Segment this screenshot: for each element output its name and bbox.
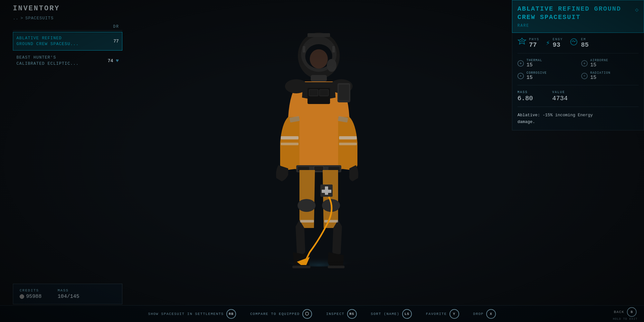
compare-diamond-icon: ◇ [635, 6, 639, 13]
item-name: ABLATIVE REFINEDGROUND CREW SPACESU... [16, 35, 79, 47]
em-label: EM [581, 38, 589, 41]
primary-stats: PHYS 77 ⚡ ENGY 93 EM [517, 37, 639, 53]
svg-rect-11 [309, 90, 318, 96]
svg-rect-31 [328, 266, 345, 268]
back-action[interactable]: BACK B HOLD TO EXIT [613, 307, 638, 321]
radiation-icon: ☢ [581, 73, 588, 79]
sort-label: SORT (NAME) [371, 312, 400, 316]
rs-button[interactable]: RS [347, 309, 357, 319]
inventory-item[interactable]: BEAST HUNTER'SCALIBRATED ECLIPTIC... 74 … [13, 51, 122, 70]
thermal-icon: ◉ [517, 60, 524, 67]
breadcrumb: .. > SPACESUITS [13, 16, 126, 21]
airborne-label: AIRBORNE [590, 59, 608, 62]
item-rarity: RARE [517, 24, 621, 28]
phys-label: PHYS [529, 38, 539, 41]
stats-panel: PHYS 77 ⚡ ENGY 93 EM [512, 33, 644, 130]
thermal-label: THERMAL [526, 59, 542, 62]
action-bar: SHOW SPACESUIT IN SETTLEMENTS RB COMPARE… [0, 305, 644, 322]
thermal-value: 15 [526, 62, 542, 68]
credit-icon [20, 294, 24, 299]
item-detail-panel: ABLATIVE REFINED GROUND CREW SPACESUIT R… [512, 0, 644, 130]
phys-value: 77 [529, 41, 539, 49]
mass-label-stat: MASS [517, 90, 533, 94]
rb-button[interactable]: RB [226, 309, 236, 319]
character-figure [251, 20, 386, 284]
svg-rect-30 [292, 266, 310, 268]
show-spacesuit-action[interactable]: SHOW SPACESUIT IN SETTLEMENTS RB [141, 309, 243, 319]
engy-stat: ⚡ ENGY 93 [546, 37, 563, 49]
item-title: ABLATIVE REFINED GROUND CREW SPACESUIT [517, 5, 621, 22]
phys-stat: PHYS 77 [517, 37, 539, 49]
airborne-stat: ◉ AIRBORNE 15 [581, 59, 639, 68]
svg-rect-29 [322, 190, 331, 193]
svg-point-8 [327, 59, 336, 72]
em-stat: EM 85 [569, 37, 589, 49]
value-value-stat: 4734 [552, 95, 568, 102]
svg-rect-12 [319, 90, 328, 96]
svg-point-13 [285, 79, 308, 93]
corrosive-value: 15 [526, 75, 547, 80]
drop-label: DROP [473, 312, 484, 316]
svg-rect-9 [311, 75, 327, 81]
value-label-stat: VALUE [552, 90, 568, 94]
svg-rect-35 [339, 85, 349, 100]
airborne-icon: ◉ [581, 60, 588, 67]
back-label: BACK [614, 310, 624, 314]
item-dr: 74 [108, 58, 113, 63]
radiation-stat: ☢ RADIATION 15 [581, 71, 639, 80]
y-button[interactable]: Y [450, 309, 459, 319]
item-dr: 77 [113, 39, 119, 44]
corrosive-label: CORROSIVE [526, 71, 547, 75]
compare-label: COMPARE TO EQUIPPED [250, 312, 300, 316]
ls-button[interactable]: LS [402, 309, 412, 319]
favorite-icon: ♥ [116, 58, 119, 64]
svg-rect-18 [339, 136, 357, 139]
favorite-label: FAVORITE [426, 312, 447, 316]
thermal-stat: ◉ THERMAL 15 [517, 59, 575, 68]
svg-marker-36 [297, 257, 310, 265]
sort-action[interactable]: SORT (NAME) LS [364, 309, 419, 319]
radiation-label: RADIATION [590, 71, 611, 75]
breadcrumb-separator: > [21, 16, 24, 21]
b-button[interactable]: B [627, 307, 637, 317]
favorite-action[interactable]: FAVORITE Y [419, 309, 466, 319]
inventory-item[interactable]: ABLATIVE REFINEDGROUND CREW SPACESU... 7… [13, 32, 122, 51]
engy-value: 93 [553, 41, 563, 49]
drop-action[interactable]: DROP X [466, 309, 503, 319]
compare-action[interactable]: COMPARE TO EQUIPPED ⬡ [243, 309, 319, 319]
x-button[interactable]: X [486, 309, 496, 319]
engy-label: ENGY [553, 38, 563, 41]
secondary-stats: ◉ THERMAL 15 ◉ AIRBORNE 15 ◈ CORROSIVE 1… [517, 59, 639, 85]
corrosive-stat: ◈ CORROSIVE 15 [517, 71, 575, 80]
svg-rect-19 [339, 143, 357, 145]
radiation-value: 15 [590, 75, 611, 80]
mass-value-stat: 6.80 [517, 95, 533, 102]
item-list-dr-col: DR [113, 24, 119, 29]
mass-value-row: MASS 6.80 VALUE 4734 [517, 90, 639, 107]
item-list-header: DR [13, 23, 122, 31]
svg-rect-16 [281, 143, 298, 145]
hold-to-exit-text: HOLD TO EXIT [613, 317, 638, 321]
svg-rect-6 [332, 46, 335, 52]
compare-button[interactable]: ⬡ [302, 309, 312, 319]
item-description: Ablative: -15% incoming Energydamage. [517, 112, 639, 126]
svg-rect-5 [303, 46, 305, 52]
mass-label: MASS [58, 289, 79, 292]
inspect-action[interactable]: INSPECT RS [319, 309, 364, 319]
phys-icon [517, 37, 526, 49]
breadcrumb-parent: .. [13, 16, 19, 21]
engy-icon: ⚡ [546, 39, 550, 47]
annotation-arrow [284, 194, 342, 265]
airborne-value: 15 [590, 62, 608, 68]
em-icon [569, 37, 578, 49]
credits-value: 95988 [20, 294, 42, 299]
item-name: BEAST HUNTER'SCALIBRATED ECLIPTIC... [16, 55, 79, 66]
player-stats-panel: CREDITS 95988 MASS 104/145 [13, 284, 122, 304]
corrosive-icon: ◈ [517, 73, 524, 79]
character-area [126, 0, 512, 304]
show-spacesuit-label: SHOW SPACESUIT IN SETTLEMENTS [148, 312, 224, 316]
em-value: 85 [581, 41, 589, 49]
svg-rect-22 [314, 166, 324, 171]
svg-rect-15 [281, 136, 298, 139]
inspect-label: INSPECT [326, 312, 345, 316]
